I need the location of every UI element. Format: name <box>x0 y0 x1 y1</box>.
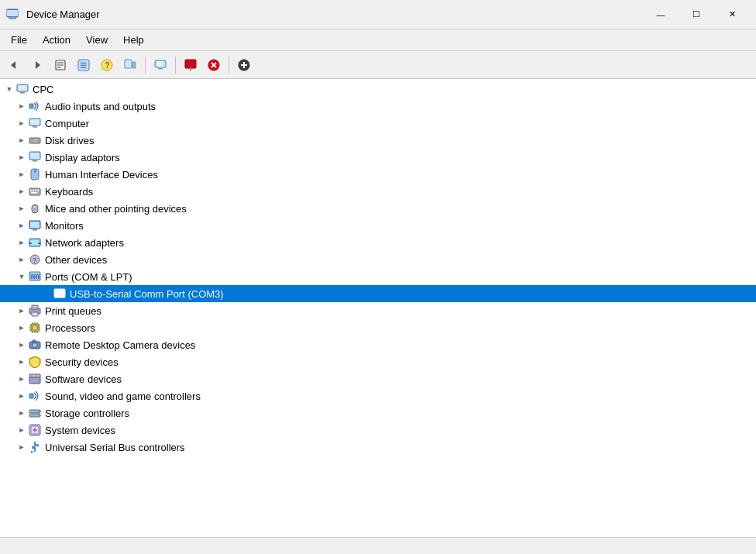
storage-label: Storage controllers <box>45 408 129 419</box>
minimize-button[interactable]: — <box>643 0 679 29</box>
hid-icon <box>28 168 42 181</box>
display-icon <box>28 151 42 163</box>
svg-point-102 <box>38 411 40 412</box>
properties-list-button[interactable] <box>50 54 71 76</box>
root-expand-icon: ▼ <box>3 83 15 95</box>
svg-rect-58 <box>38 243 41 244</box>
remove-device-button[interactable] <box>180 54 201 76</box>
tree-security[interactable]: ► Security devices <box>0 353 756 370</box>
tree-hid[interactable]: ► Human Interface Devices <box>0 166 756 183</box>
computer-label: Computer <box>45 118 89 129</box>
svg-point-113 <box>34 448 36 450</box>
menu-bar: File Action View Help <box>0 29 756 51</box>
storage-expand-icon: ► <box>15 407 28 419</box>
svg-rect-48 <box>31 192 37 194</box>
svg-rect-57 <box>29 243 32 244</box>
tree-display[interactable]: ► Display adaptors <box>0 149 756 166</box>
disk-expand-icon: ► <box>15 134 28 146</box>
tree-keyboard[interactable]: ► Keyboards <box>0 183 756 200</box>
tree-disk[interactable]: ► Disk drives <box>0 132 756 149</box>
svg-point-111 <box>31 451 33 453</box>
com3-expand-icon <box>40 287 53 300</box>
help-button[interactable]: ? <box>96 54 118 76</box>
tree-software[interactable]: ► Software devices <box>0 370 756 387</box>
processors-expand-icon: ► <box>15 322 28 334</box>
tree-usb[interactable]: ► Universal Serial Bus controllers <box>0 439 756 456</box>
show-computer-button[interactable] <box>149 54 171 76</box>
tree-sound[interactable]: ► Sound, video and game controllers <box>0 387 756 404</box>
storage-icon <box>28 407 42 419</box>
display-expand-icon: ► <box>15 151 28 163</box>
tree-other[interactable]: ► ? Other devices <box>0 251 756 268</box>
tree-com3[interactable]: USB-to-Serial Comm Port (COM3) <box>0 285 756 302</box>
tree-processors[interactable]: ► Proces <box>0 319 756 336</box>
sep1 <box>145 57 146 74</box>
tree-storage[interactable]: ► Storage controllers <box>0 404 756 422</box>
disk-label: Disk drives <box>45 135 94 146</box>
main-content: ▼ CPC ► Audio inputs and outputs <box>0 79 756 537</box>
svg-point-103 <box>38 415 40 416</box>
add-hardware-button[interactable] <box>233 54 255 76</box>
audio-icon <box>28 100 42 112</box>
tree-audio[interactable]: ► Audio inputs and outputs <box>0 98 756 115</box>
app-icon <box>6 8 20 22</box>
tree-system[interactable]: ► System devices <box>0 422 756 439</box>
keyboard-label: Keyboards <box>45 186 93 198</box>
keyboard-expand-icon: ► <box>15 185 28 198</box>
tree-mice[interactable]: ► Mice and other pointing devices <box>0 200 756 217</box>
svg-rect-38 <box>33 160 37 162</box>
svg-rect-51 <box>34 206 36 208</box>
toolbar: ☰ ? <box>0 51 756 79</box>
svg-rect-56 <box>30 239 40 246</box>
svg-rect-72 <box>54 289 65 291</box>
monitors-icon <box>28 219 42 232</box>
tree-monitors[interactable]: ► Monitors <box>0 217 756 234</box>
uninstall-button[interactable] <box>203 54 225 76</box>
tree-camera[interactable]: ► Remote Desktop Camera devices <box>0 336 756 353</box>
tree-print[interactable]: ► Print queues <box>0 302 756 319</box>
tree-network[interactable]: ► Network adapters <box>0 234 756 251</box>
sep2 <box>175 57 176 74</box>
print-expand-icon: ► <box>15 305 28 317</box>
forward-button[interactable] <box>26 54 48 76</box>
processors-icon <box>28 322 42 334</box>
update-driver-button[interactable]: ☰ <box>73 54 94 76</box>
maximize-button[interactable]: ☐ <box>679 0 714 29</box>
tree-computer[interactable]: ► Computer <box>0 115 756 132</box>
device-tree[interactable]: ▼ CPC ► Audio inputs and outputs <box>0 79 756 537</box>
svg-rect-19 <box>190 67 191 71</box>
display-label: Display adaptors <box>45 152 120 163</box>
mice-label: Mice and other pointing devices <box>45 203 187 215</box>
software-icon <box>28 373 42 385</box>
svg-rect-46 <box>35 190 36 191</box>
menu-view[interactable]: View <box>78 31 115 49</box>
software-label: Software devices <box>45 373 122 385</box>
other-expand-icon: ► <box>15 253 28 266</box>
tree-ports[interactable]: ▼ Ports (COM & LPT) <box>0 268 756 285</box>
svg-marker-3 <box>11 61 15 69</box>
svg-rect-69 <box>58 292 60 296</box>
ports-icon <box>28 270 42 283</box>
usb-label: Universal Serial Bus controllers <box>45 442 185 453</box>
svg-rect-31 <box>33 126 37 128</box>
menu-file[interactable]: File <box>3 31 35 49</box>
scan-hardware-button[interactable] <box>119 54 141 76</box>
computer-icon <box>28 117 42 129</box>
svg-point-96 <box>31 375 33 377</box>
menu-help[interactable]: Help <box>115 31 152 49</box>
network-label: Network adapters <box>45 237 124 249</box>
mice-expand-icon: ► <box>15 202 28 215</box>
svg-rect-68 <box>56 292 57 296</box>
close-button[interactable]: ✕ <box>714 0 750 29</box>
ports-label: Ports (COM & LPT) <box>45 271 132 283</box>
network-expand-icon: ► <box>15 236 28 249</box>
svg-rect-47 <box>37 190 39 191</box>
tree-root[interactable]: ▼ CPC <box>0 81 756 98</box>
network-icon <box>28 236 42 249</box>
menu-action[interactable]: Action <box>35 31 78 49</box>
svg-rect-27 <box>20 92 25 94</box>
back-button[interactable] <box>3 54 25 76</box>
svg-rect-2 <box>7 10 18 16</box>
security-icon <box>28 356 42 368</box>
print-label: Print queues <box>45 305 101 317</box>
